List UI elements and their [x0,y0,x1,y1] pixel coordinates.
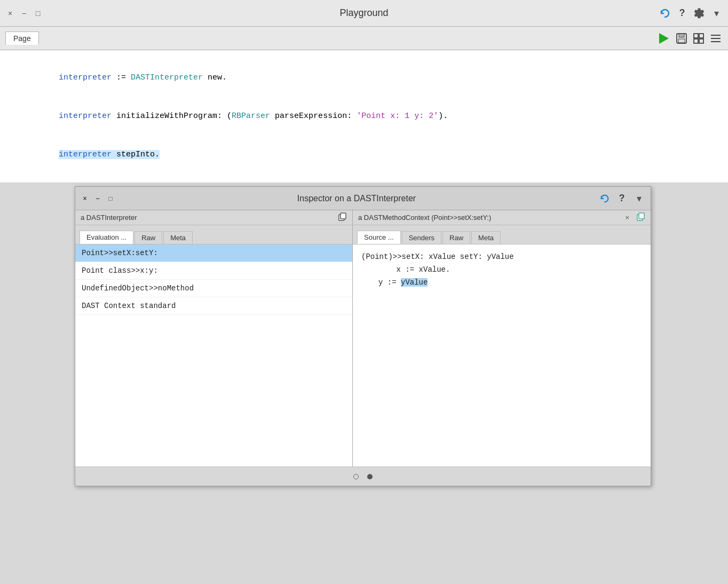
list-item[interactable]: UndefinedObject>>noMethod [75,280,352,297]
grid-button[interactable] [692,31,706,45]
svg-rect-4 [699,34,703,38]
inspector-right-controls: ? ▾ [598,192,645,205]
left-tab-bar: Evaluation ... Raw Meta [75,225,352,244]
svg-rect-2 [678,39,685,43]
inspector-minimize-button[interactable]: − [93,194,102,203]
left-copy-icon[interactable] [338,212,347,223]
right-copy-icon[interactable] [637,212,645,223]
maximize-button[interactable]: □ [33,9,43,18]
title-bar: × − □ Playground ? ▾ [0,0,728,27]
code-assign1: := [112,73,131,82]
source-highlight: yValue [401,278,428,287]
code-line-1: interpreter := DASTInterpreter new. [11,59,717,97]
code-end2: ). [438,112,448,121]
right-panel-header: a DASTMethodContext (Point>>setX:setY:) … [353,210,651,225]
svg-rect-3 [694,34,698,38]
source-line-3: y := yValue [361,277,642,289]
svg-rect-1 [679,34,684,37]
inspector-title: Inspector on a DASTInterpreter [115,194,598,203]
toolbar-right [656,31,723,46]
inspector-maximize-button[interactable]: □ [106,194,115,203]
run-triangle-icon [659,33,669,44]
code-keyword-interpreter1: interpreter [59,73,112,82]
left-panel: a DASTInterpreter Evaluation ... Raw Met… [75,210,353,467]
left-context-label: a DASTInterpreter [81,214,137,222]
inspector-dropdown-icon[interactable]: ▾ [632,192,645,205]
code-line-3: interpreter stepInto. [11,136,717,174]
toolbar: Page [0,27,728,50]
right-panel-close-button[interactable]: × [625,214,629,222]
code-stepinto: stepInto. [112,150,160,159]
list-item[interactable]: Point>>setX:setY: [75,244,352,262]
close-button[interactable]: × [5,9,15,18]
list-item[interactable]: DAST Context standard [75,297,352,315]
app-title: Playground [339,7,388,19]
svg-rect-5 [694,39,698,43]
inspector-close-button[interactable]: × [81,194,89,203]
content-wrapper: interpreter := DASTInterpreter new. inte… [0,50,728,584]
code-rest1: new. [203,73,227,82]
code-string: 'Point x: 1 y: 2' [357,112,438,121]
svg-rect-13 [639,213,644,219]
title-bar-right: ? ▾ [659,7,723,20]
dot-indicator-1[interactable] [353,474,359,479]
inspector-content: a DASTInterpreter Evaluation ... Raw Met… [75,210,651,467]
inspector-bottom-bar [75,467,651,486]
window-controls: × − □ [5,9,43,18]
dropdown-arrow-icon[interactable]: ▾ [710,7,723,20]
left-list: Point>>setX:setY: Point class>>x:y: Unde… [75,244,352,467]
help-icon[interactable]: ? [676,7,689,20]
right-tab-source[interactable]: Source ... [357,231,401,244]
svg-rect-6 [699,39,703,43]
code-class-dast: DASTInterpreter [131,73,203,82]
dot-indicator-2[interactable] [367,474,373,479]
inspector-refresh-icon[interactable] [598,192,611,205]
inspector-controls: × − □ [81,194,115,203]
code-msg2: initializeWithProgram: ( [112,112,232,121]
refresh-icon[interactable] [659,7,671,20]
left-tab-meta[interactable]: Meta [163,231,193,244]
source-line-1: (Point)>>setX: xValue setY: yValue [361,251,642,264]
code-highlighted-line: interpreter stepInto. [59,150,160,159]
save-button[interactable] [675,31,689,45]
inspector-window: × − □ Inspector on a DASTInterpreter ? ▾ [75,186,651,486]
left-tab-raw[interactable]: Raw [134,231,162,244]
right-tab-raw[interactable]: Raw [442,231,470,244]
code-line-2: interpreter initializeWithProgram: (RBPa… [11,97,717,136]
run-button[interactable] [656,31,671,46]
inspector-title-bar: × − □ Inspector on a DASTInterpreter ? ▾ [75,187,651,210]
code-parse: parseExpression: [270,112,357,121]
code-keyword-interpreter3: interpreter [59,150,112,159]
inspector-help-icon[interactable]: ? [615,192,628,205]
settings-icon[interactable] [693,7,706,20]
right-tab-senders[interactable]: Senders [402,231,441,244]
list-item[interactable]: Point class>>x:y: [75,262,352,280]
right-tab-bar: Source ... Senders Raw Meta [353,225,651,244]
page-tab[interactable]: Page [5,31,39,45]
code-area[interactable]: interpreter := DASTInterpreter new. inte… [0,50,728,183]
left-tab-evaluation[interactable]: Evaluation ... [80,231,133,244]
source-line-2: x := xValue. [361,264,642,277]
right-context-label: a DASTMethodContext (Point>>setX:setY:) [358,214,491,222]
right-tab-meta[interactable]: Meta [471,231,501,244]
code-editor[interactable]: interpreter := DASTInterpreter new. inte… [0,50,728,183]
source-code-area[interactable]: (Point)>>setX: xValue setY: yValue x := … [353,244,651,467]
right-panel: a DASTMethodContext (Point>>setX:setY:) … [353,210,651,467]
left-panel-header: a DASTInterpreter [75,210,352,225]
menu-button[interactable] [709,31,723,45]
code-class-rbparser: RBParser [232,112,270,121]
code-keyword-interpreter2: interpreter [59,112,112,121]
minimize-button[interactable]: − [19,9,29,18]
svg-rect-11 [341,213,346,219]
